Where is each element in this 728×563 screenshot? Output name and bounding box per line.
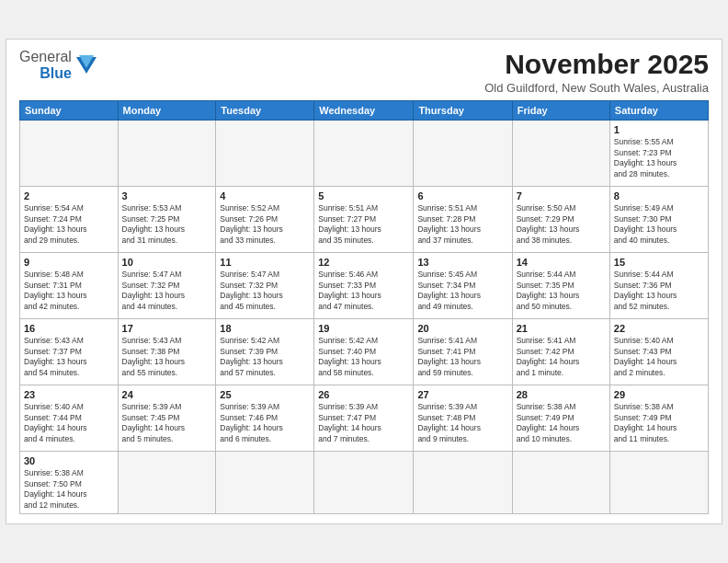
day-number: 28 xyxy=(517,388,606,401)
calendar-day-cell xyxy=(118,451,216,513)
calendar-day-cell xyxy=(414,451,512,513)
day-info: Sunrise: 5:39 AMSunset: 7:45 PMDaylight:… xyxy=(122,402,212,444)
weekday-header-monday: Monday xyxy=(118,100,216,120)
calendar-day-cell: 9Sunrise: 5:48 AMSunset: 7:31 PMDaylight… xyxy=(20,252,119,318)
weekday-header-saturday: Saturday xyxy=(609,100,708,120)
calendar-day-cell xyxy=(118,120,216,186)
calendar-day-cell: 22Sunrise: 5:40 AMSunset: 7:43 PMDayligh… xyxy=(609,318,708,385)
calendar-day-cell: 26Sunrise: 5:39 AMSunset: 7:47 PMDayligh… xyxy=(314,385,414,451)
day-number: 26 xyxy=(318,388,409,401)
day-number: 11 xyxy=(220,256,310,269)
day-info: Sunrise: 5:52 AMSunset: 7:26 PMDaylight:… xyxy=(220,203,310,246)
day-info: Sunrise: 5:54 AMSunset: 7:24 PMDaylight:… xyxy=(24,203,114,246)
weekday-header-sunday: Sunday xyxy=(20,100,119,120)
calendar-day-cell: 14Sunrise: 5:44 AMSunset: 7:35 PMDayligh… xyxy=(512,252,609,318)
day-info: Sunrise: 5:38 AMSunset: 7:49 PMDaylight:… xyxy=(517,402,606,444)
day-info: Sunrise: 5:51 AMSunset: 7:27 PMDaylight:… xyxy=(318,203,409,246)
calendar-week-row: 2Sunrise: 5:54 AMSunset: 7:24 PMDaylight… xyxy=(20,186,709,252)
day-info: Sunrise: 5:49 AMSunset: 7:30 PMDaylight:… xyxy=(614,203,704,246)
day-number: 4 xyxy=(220,190,310,202)
day-info: Sunrise: 5:53 AMSunset: 7:25 PMDaylight:… xyxy=(122,203,212,246)
calendar-day-cell: 5Sunrise: 5:51 AMSunset: 7:27 PMDaylight… xyxy=(314,186,414,252)
calendar-day-cell: 6Sunrise: 5:51 AMSunset: 7:28 PMDaylight… xyxy=(414,186,512,252)
day-number: 22 xyxy=(614,322,704,335)
day-number: 19 xyxy=(318,322,409,335)
day-info: Sunrise: 5:55 AMSunset: 7:23 PMDaylight:… xyxy=(614,137,704,179)
logo-general: General xyxy=(19,49,72,65)
logo-blue: Blue xyxy=(40,65,72,82)
day-number: 25 xyxy=(220,388,310,401)
weekday-header-wednesday: Wednesday xyxy=(314,100,414,120)
day-info: Sunrise: 5:39 AMSunset: 7:47 PMDaylight:… xyxy=(318,402,409,444)
calendar-week-row: 16Sunrise: 5:43 AMSunset: 7:37 PMDayligh… xyxy=(20,318,709,385)
day-number: 12 xyxy=(318,256,409,269)
calendar-day-cell xyxy=(20,120,119,186)
day-number: 14 xyxy=(517,256,606,269)
calendar-day-cell: 2Sunrise: 5:54 AMSunset: 7:24 PMDaylight… xyxy=(20,186,119,252)
calendar-day-cell: 21Sunrise: 5:41 AMSunset: 7:42 PMDayligh… xyxy=(512,318,609,385)
calendar-day-cell: 24Sunrise: 5:39 AMSunset: 7:45 PMDayligh… xyxy=(118,385,216,451)
calendar-week-row: 23Sunrise: 5:40 AMSunset: 7:44 PMDayligh… xyxy=(20,385,709,451)
calendar-day-cell: 3Sunrise: 5:53 AMSunset: 7:25 PMDaylight… xyxy=(118,186,216,252)
calendar-grid: SundayMondayTuesdayWednesdayThursdayFrid… xyxy=(19,100,709,514)
header-section: General Blue November 2025 Old Guildford… xyxy=(19,49,709,95)
logo-area: General Blue xyxy=(19,49,97,81)
day-info: Sunrise: 5:39 AMSunset: 7:48 PMDaylight:… xyxy=(417,402,507,444)
calendar-day-cell: 17Sunrise: 5:43 AMSunset: 7:38 PMDayligh… xyxy=(118,318,216,385)
calendar-container: General Blue November 2025 Old Guildford… xyxy=(6,39,722,524)
calendar-day-cell: 8Sunrise: 5:49 AMSunset: 7:30 PMDaylight… xyxy=(609,186,708,252)
day-info: Sunrise: 5:48 AMSunset: 7:31 PMDaylight:… xyxy=(24,270,114,312)
calendar-day-cell: 4Sunrise: 5:52 AMSunset: 7:26 PMDaylight… xyxy=(216,186,314,252)
calendar-day-cell: 12Sunrise: 5:46 AMSunset: 7:33 PMDayligh… xyxy=(314,252,414,318)
day-info: Sunrise: 5:47 AMSunset: 7:32 PMDaylight:… xyxy=(122,270,212,312)
day-info: Sunrise: 5:43 AMSunset: 7:37 PMDaylight:… xyxy=(24,336,114,378)
day-number: 8 xyxy=(614,190,704,202)
calendar-day-cell xyxy=(609,451,708,513)
weekday-header-thursday: Thursday xyxy=(414,100,512,120)
day-number: 18 xyxy=(220,322,310,335)
weekday-header-friday: Friday xyxy=(512,100,609,120)
day-info: Sunrise: 5:42 AMSunset: 7:39 PMDaylight:… xyxy=(220,336,310,378)
calendar-day-cell: 30Sunrise: 5:38 AMSunset: 7:50 PMDayligh… xyxy=(20,451,119,513)
month-title: November 2025 xyxy=(484,49,709,79)
day-info: Sunrise: 5:39 AMSunset: 7:46 PMDaylight:… xyxy=(220,402,310,444)
day-number: 30 xyxy=(24,454,114,467)
location-title: Old Guildford, New South Wales, Australi… xyxy=(484,81,709,95)
day-number: 21 xyxy=(517,322,606,335)
day-info: Sunrise: 5:45 AMSunset: 7:34 PMDaylight:… xyxy=(417,270,507,312)
calendar-day-cell: 27Sunrise: 5:39 AMSunset: 7:48 PMDayligh… xyxy=(414,385,512,451)
calendar-day-cell: 23Sunrise: 5:40 AMSunset: 7:44 PMDayligh… xyxy=(20,385,119,451)
day-info: Sunrise: 5:41 AMSunset: 7:42 PMDaylight:… xyxy=(517,336,606,378)
calendar-day-cell: 18Sunrise: 5:42 AMSunset: 7:39 PMDayligh… xyxy=(216,318,314,385)
title-area: November 2025 Old Guildford, New South W… xyxy=(484,49,709,95)
calendar-day-cell xyxy=(512,451,609,513)
calendar-day-cell: 28Sunrise: 5:38 AMSunset: 7:49 PMDayligh… xyxy=(512,385,609,451)
day-number: 24 xyxy=(122,388,212,401)
day-number: 10 xyxy=(122,256,212,269)
day-number: 6 xyxy=(417,190,507,202)
day-info: Sunrise: 5:40 AMSunset: 7:43 PMDaylight:… xyxy=(614,336,704,378)
calendar-week-row: 30Sunrise: 5:38 AMSunset: 7:50 PMDayligh… xyxy=(20,451,709,513)
weekday-header-row: SundayMondayTuesdayWednesdayThursdayFrid… xyxy=(20,100,709,120)
day-number: 27 xyxy=(417,388,507,401)
calendar-day-cell xyxy=(314,120,414,186)
calendar-day-cell xyxy=(414,120,512,186)
calendar-day-cell: 15Sunrise: 5:44 AMSunset: 7:36 PMDayligh… xyxy=(609,252,708,318)
day-info: Sunrise: 5:40 AMSunset: 7:44 PMDaylight:… xyxy=(24,402,114,444)
calendar-day-cell xyxy=(216,451,314,513)
day-number: 23 xyxy=(24,388,114,401)
day-number: 15 xyxy=(614,256,704,269)
day-info: Sunrise: 5:43 AMSunset: 7:38 PMDaylight:… xyxy=(122,336,212,378)
calendar-day-cell: 29Sunrise: 5:38 AMSunset: 7:49 PMDayligh… xyxy=(609,385,708,451)
day-number: 5 xyxy=(318,190,409,202)
calendar-day-cell: 25Sunrise: 5:39 AMSunset: 7:46 PMDayligh… xyxy=(216,385,314,451)
day-info: Sunrise: 5:47 AMSunset: 7:32 PMDaylight:… xyxy=(220,270,310,312)
day-info: Sunrise: 5:44 AMSunset: 7:35 PMDaylight:… xyxy=(517,270,606,312)
calendar-day-cell: 16Sunrise: 5:43 AMSunset: 7:37 PMDayligh… xyxy=(20,318,119,385)
calendar-day-cell: 20Sunrise: 5:41 AMSunset: 7:41 PMDayligh… xyxy=(414,318,512,385)
calendar-day-cell: 19Sunrise: 5:42 AMSunset: 7:40 PMDayligh… xyxy=(314,318,414,385)
calendar-day-cell: 13Sunrise: 5:45 AMSunset: 7:34 PMDayligh… xyxy=(414,252,512,318)
day-number: 1 xyxy=(614,123,704,136)
calendar-day-cell: 7Sunrise: 5:50 AMSunset: 7:29 PMDaylight… xyxy=(512,186,609,252)
day-number: 20 xyxy=(417,322,507,335)
